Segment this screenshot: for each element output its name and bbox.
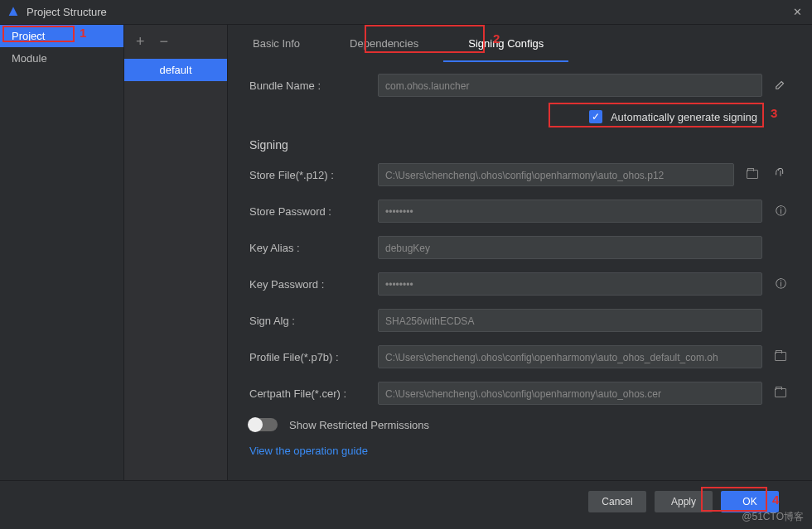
store-file-label: Store File(*.p12) : [249, 169, 378, 181]
bundle-name-input[interactable]: com.ohos.launcher [378, 74, 762, 97]
content-panel: Basic Info Dependencies Signing Configs … [228, 25, 812, 480]
certpath-file-label: Certpath File(*.cer) : [249, 387, 378, 400]
ok-button[interactable]: OK [721, 491, 779, 512]
browse-folder-icon[interactable] [771, 387, 790, 400]
help-icon[interactable]: ⓘ [771, 277, 790, 291]
certpath-file-input[interactable]: C:\Users\chencheng\.ohos\config\openharm… [378, 382, 762, 405]
main-area: Project Module + − default Basic Info De… [0, 25, 812, 480]
store-password-input[interactable]: •••••••• [378, 200, 762, 223]
bundle-name-label: Bundle Name : [249, 79, 378, 92]
signing-form: Bundle Name : com.ohos.launcher ✓ Automa… [228, 62, 812, 480]
profile-file-input[interactable]: C:\Users\chencheng\.ohos\config\openharm… [378, 345, 762, 368]
key-alias-input[interactable]: debugKey [378, 236, 762, 259]
auto-sign-label: Automatically generate signing [611, 111, 757, 123]
apply-button[interactable]: Apply [655, 491, 713, 512]
profile-file-label: Profile File(*.p7b) : [249, 351, 378, 363]
restricted-label: Show Restricted Permissions [289, 419, 429, 431]
key-password-label: Key Password : [249, 278, 378, 291]
auto-sign-row: ✓ Automatically generate signing [249, 110, 790, 123]
left-sidebar: Project Module [0, 25, 124, 480]
app-logo-icon [7, 6, 20, 19]
window-title: Project Structure [27, 6, 789, 18]
store-file-input[interactable]: C:\Users\chencheng\.ohos\config\openharm… [378, 163, 734, 186]
key-alias-label: Key Alias : [249, 242, 378, 254]
add-config-icon[interactable]: + [136, 33, 145, 50]
remove-config-icon[interactable]: − [160, 33, 169, 50]
key-password-input[interactable]: •••••••• [378, 272, 762, 296]
titlebar: Project Structure ✕ [0, 0, 812, 25]
watermark: @51CTO博客 [742, 510, 804, 524]
config-item-default[interactable]: default [124, 59, 227, 81]
config-list-panel: + − default [124, 25, 228, 480]
help-icon[interactable]: ⓘ [771, 204, 790, 219]
cancel-button[interactable]: Cancel [588, 491, 646, 512]
browse-folder-icon[interactable] [742, 169, 762, 181]
tab-bar: Basic Info Dependencies Signing Configs [228, 25, 812, 62]
dialog-footer: Cancel Apply OK [0, 480, 812, 522]
sign-alg-input[interactable]: SHA256withECDSA [378, 309, 762, 332]
fingerprint-icon[interactable] [771, 167, 790, 183]
sidebar-item-module[interactable]: Module [0, 47, 123, 70]
operation-guide-link[interactable]: View the operation guide [249, 445, 368, 457]
sidebar-item-project[interactable]: Project [0, 25, 123, 47]
sign-alg-label: Sign Alg : [249, 315, 378, 327]
tab-basic-info[interactable]: Basic Info [228, 25, 325, 62]
store-password-label: Store Password : [249, 205, 378, 218]
signing-section-title: Signing [249, 138, 790, 151]
edit-icon[interactable] [771, 79, 790, 93]
close-icon[interactable]: ✕ [789, 6, 805, 18]
browse-folder-icon[interactable] [771, 351, 790, 363]
tab-signing-configs[interactable]: Signing Configs [443, 25, 568, 62]
auto-sign-checkbox[interactable]: ✓ [589, 110, 602, 123]
restricted-toggle[interactable] [249, 418, 278, 431]
tab-dependencies[interactable]: Dependencies [325, 25, 443, 62]
